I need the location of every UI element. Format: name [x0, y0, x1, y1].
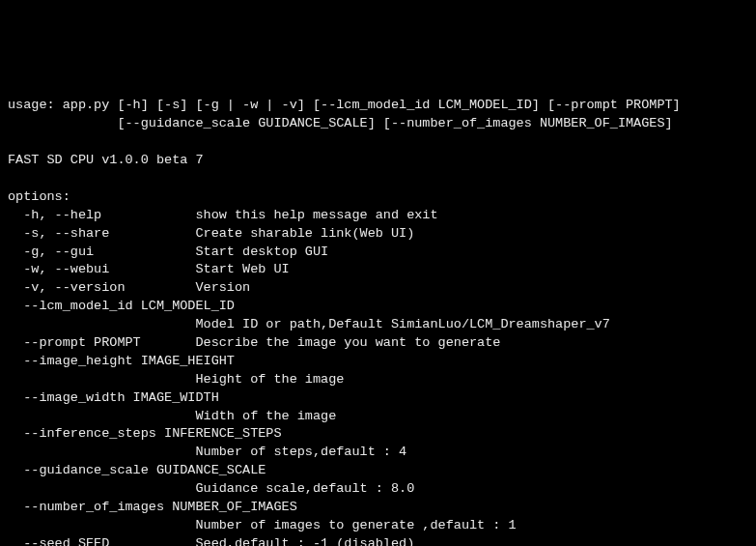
option-lcm-model-id-desc: Model ID or path,Default SimianLuo/LCM_D…: [8, 317, 610, 331]
option-image-height-desc: Height of the image: [8, 372, 344, 387]
option-prompt: --prompt PROMPT Describe the image you w…: [8, 335, 500, 350]
option-version: -v, --version Version: [8, 280, 250, 295]
option-webui: -w, --webui Start Web UI: [8, 262, 290, 276]
option-lcm-model-id-flag: --lcm_model_id LCM_MODEL_ID: [8, 299, 235, 313]
option-image-width-flag: --image_width IMAGE_WIDTH: [8, 390, 219, 405]
option-share: -s, --share Create sharable link(Web UI): [8, 226, 414, 241]
usage-line-1: usage: app.py [-h] [-s] [-g | -w | -v] […: [8, 98, 681, 112]
option-image-width-desc: Width of the image: [8, 409, 336, 423]
option-inference-steps-desc: Number of steps,default : 4: [8, 445, 406, 459]
option-seed: --seed SEED Seed,default : -1 (disabled): [8, 536, 414, 546]
option-number-of-images-flag: --number_of_images NUMBER_OF_IMAGES: [8, 500, 297, 514]
app-title: FAST SD CPU v1.0.0 beta 7: [8, 153, 204, 167]
option-guidance-scale-desc: Guidance scale,default : 8.0: [8, 481, 414, 496]
option-gui: -g, --gui Start desktop GUI: [8, 244, 328, 259]
options-header: options:: [8, 189, 70, 204]
option-inference-steps-flag: --inference_steps INFERENCE_STEPS: [8, 426, 282, 441]
option-help: -h, --help show this help message and ex…: [8, 208, 438, 222]
option-image-height-flag: --image_height IMAGE_HEIGHT: [8, 354, 235, 368]
option-guidance-scale-flag: --guidance_scale GUIDANCE_SCALE: [8, 463, 266, 477]
usage-line-2: [--guidance_scale GUIDANCE_SCALE] [--num…: [8, 116, 673, 130]
option-number-of-images-desc: Number of images to generate ,default : …: [8, 518, 517, 532]
terminal-output: usage: app.py [-h] [-s] [-g | -w | -v] […: [8, 79, 748, 546]
